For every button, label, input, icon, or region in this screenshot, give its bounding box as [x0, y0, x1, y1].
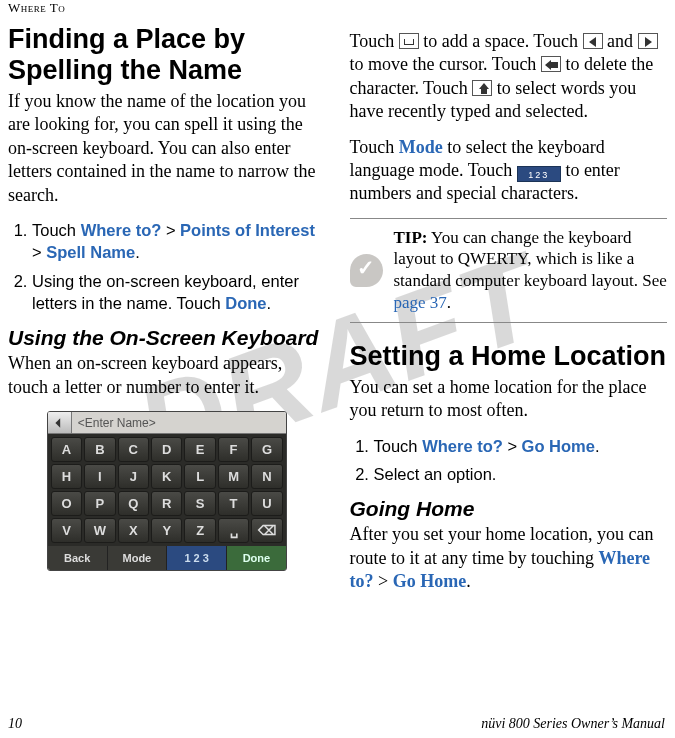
kb-key[interactable]: G [251, 437, 282, 462]
onscreen-keyboard: <Enter Name> A B C D E F G H I [47, 411, 287, 571]
kb-key[interactable]: S [184, 491, 215, 516]
kb-key[interactable]: M [218, 464, 249, 489]
kb-key[interactable]: D [151, 437, 182, 462]
tip-box: TIP: You can change the keyboard layout … [350, 218, 668, 323]
kb-key-space[interactable]: ␣ [218, 518, 249, 543]
going-home-body: After you set your home location, you ca… [350, 523, 668, 593]
kb-key[interactable]: V [51, 518, 82, 543]
section-title-finding: Finding a Place by Spelling the Name [8, 24, 326, 86]
kb-key[interactable]: N [251, 464, 282, 489]
kb-btn-back[interactable]: Back [48, 546, 108, 570]
kb-key[interactable]: I [84, 464, 115, 489]
arrow-left-icon [583, 33, 603, 49]
home-intro: You can set a home location for the plac… [350, 376, 668, 423]
page-number: 10 [8, 716, 22, 732]
kb-key[interactable]: K [151, 464, 182, 489]
steps-list: Touch Where to? > Points of Interest > S… [8, 219, 326, 314]
kb-key[interactable]: A [51, 437, 82, 462]
kb-btn-done[interactable]: Done [227, 546, 286, 570]
kb-key[interactable]: B [84, 437, 115, 462]
mode-link: Mode [399, 137, 443, 157]
kb-key[interactable]: H [51, 464, 82, 489]
kb-key[interactable]: F [218, 437, 249, 462]
kb-key[interactable]: R [151, 491, 182, 516]
kb-key[interactable]: Q [118, 491, 149, 516]
steps-list-2: Touch Where to? > Go Home. Select an opt… [350, 435, 668, 486]
ref-page-37: page 37 [394, 293, 447, 312]
kb-key[interactable]: U [251, 491, 282, 516]
kb-key[interactable]: Z [184, 518, 215, 543]
link-poi: Points of Interest [180, 221, 315, 239]
section-title-home: Setting a Home Location [350, 341, 668, 372]
kb-key[interactable]: X [118, 518, 149, 543]
kb-key[interactable]: C [118, 437, 149, 462]
step-1b: Touch Where to? > Go Home. [374, 435, 668, 457]
kb-rows: A B C D E F G H I J K L M [48, 434, 286, 546]
intro-paragraph: If you know the name of the location you… [8, 90, 326, 207]
kb-key[interactable]: E [184, 437, 215, 462]
step-2b: Select an option. [374, 463, 668, 485]
kb-input-field[interactable]: <Enter Name> [72, 416, 286, 430]
manual-title: nüvi 800 Series Owner’s Manual [481, 716, 665, 732]
para-mode: Touch Mode to select the keyboard langua… [350, 136, 668, 206]
kb-back-icon[interactable] [48, 412, 72, 433]
tip-text: TIP: You can change the keyboard layout … [394, 227, 668, 314]
link-done: Done [225, 294, 266, 312]
subhead-body: When an on-screen keyboard appears, touc… [8, 352, 326, 399]
kb-key[interactable]: Y [151, 518, 182, 543]
tip-icon [350, 227, 384, 314]
right-column: Touch to add a space. Touch and to move … [350, 24, 668, 605]
link-spell-name: Spell Name [46, 243, 135, 261]
123-icon: 123 [517, 166, 561, 182]
kb-key-backspace[interactable]: ⌫ [251, 518, 282, 543]
kb-key[interactable]: L [184, 464, 215, 489]
subhead-going-home: Going Home [350, 497, 668, 521]
backspace-icon [541, 56, 561, 72]
kb-key[interactable]: T [218, 491, 249, 516]
kb-btn-123[interactable]: 1 2 3 [167, 546, 227, 570]
kb-key[interactable]: J [118, 464, 149, 489]
left-column: Finding a Place by Spelling the Name If … [8, 24, 326, 605]
recent-words-icon [472, 80, 492, 96]
subhead-using-keyboard: Using the On-Screen Keyboard [8, 326, 326, 350]
kb-btn-mode[interactable]: Mode [108, 546, 168, 570]
link-where-to: Where to? [81, 221, 162, 239]
step-2: Using the on-screen keyboard, enter lett… [32, 270, 326, 315]
para-touch-icons: Touch to add a space. Touch and to move … [350, 30, 668, 124]
arrow-right-icon [638, 33, 658, 49]
running-header: Where To [8, 0, 667, 16]
link-go-home: Go Home [522, 437, 595, 455]
kb-key[interactable]: O [51, 491, 82, 516]
link-where-to-2: Where to? [422, 437, 503, 455]
link-go-home-2: Go Home [393, 571, 467, 591]
kb-key[interactable]: P [84, 491, 115, 516]
step-1: Touch Where to? > Points of Interest > S… [32, 219, 326, 264]
kb-key[interactable]: W [84, 518, 115, 543]
page-footer: 10 nüvi 800 Series Owner’s Manual [8, 716, 665, 732]
space-icon [399, 33, 419, 49]
